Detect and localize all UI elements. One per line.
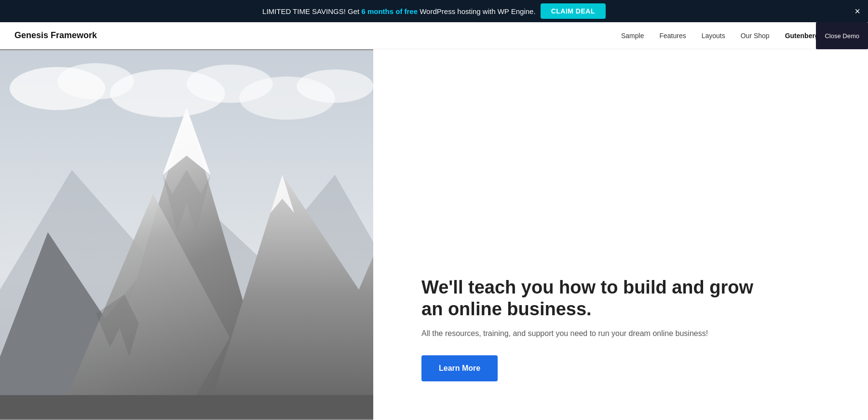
hero-subtext: All the resources, training, and support… [421, 329, 711, 338]
svg-rect-16 [0, 395, 373, 419]
hero-headline: We'll teach you how to build and grow an… [421, 277, 759, 321]
hero-image [0, 49, 373, 420]
top-banner: LIMITED TIME SAVINGS! Get 6 months of fr… [0, 0, 868, 22]
banner-text: LIMITED TIME SAVINGS! Get 6 months of fr… [262, 7, 536, 15]
hero-content: We'll teach you how to build and grow an… [373, 49, 868, 420]
close-banner-button[interactable]: × [854, 6, 860, 16]
nav-item-sample[interactable]: Sample [621, 31, 644, 40]
learn-more-button[interactable]: Learn More [421, 355, 498, 381]
nav-item-ourshop[interactable]: Our Shop [741, 31, 770, 40]
mountain-illustration [0, 49, 373, 420]
claim-deal-button[interactable]: CLAIM DEAL [541, 3, 606, 19]
brand-logo[interactable]: Genesis Framework [14, 30, 97, 41]
close-demo-button[interactable]: Close Demo [816, 22, 868, 49]
hero-section: We'll teach you how to build and grow an… [0, 49, 868, 420]
nav-item-features[interactable]: Features [659, 31, 686, 40]
nav-item-layouts[interactable]: Layouts [702, 31, 725, 40]
navbar: Genesis Framework Sample Features Layout… [0, 22, 868, 49]
svg-point-6 [297, 70, 373, 103]
